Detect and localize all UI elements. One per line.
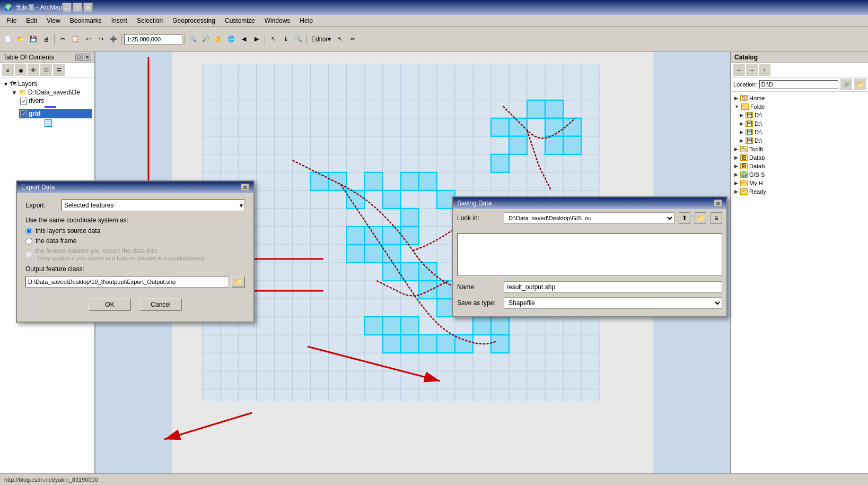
new-btn[interactable]: 📄: [2, 33, 14, 45]
full-extent-btn[interactable]: 🌐: [225, 33, 237, 45]
catalog-connect-btn[interactable]: 🔗: [840, 79, 852, 90]
rivers-checkbox[interactable]: ✓: [20, 98, 27, 105]
saving-dialog-title-text: Saving Data: [457, 200, 492, 207]
grid-checkbox[interactable]: ✓: [20, 110, 27, 117]
status-text: http://blog.csdn.net/yakin_83190000: [4, 477, 98, 483]
saving-lookin-select[interactable]: D:\Data_saved\Desktop\GIS_ou: [504, 212, 674, 224]
saving-list-btn[interactable]: ≡: [711, 212, 722, 224]
saving-up-btn[interactable]: ⬆: [679, 212, 690, 224]
saving-dialog-close-btn[interactable]: ✕: [714, 200, 722, 207]
svg-rect-59: [383, 190, 401, 209]
menu-windows[interactable]: Windows: [260, 16, 295, 25]
zoom-in-btn[interactable]: 🔍: [187, 33, 199, 45]
rivers-label: rivers: [29, 97, 44, 105]
catalog-item-toolb[interactable]: ▶ 🔧 Toolb: [733, 145, 866, 153]
radio-dataset-input[interactable]: [25, 251, 32, 258]
export-select[interactable]: Selected features All features: [62, 200, 245, 211]
back-extent-btn[interactable]: ◀: [238, 33, 250, 45]
saving-type-select[interactable]: Shapefile Geodatabase Feature Class: [504, 297, 722, 309]
toc-visible-btn[interactable]: 👁: [28, 64, 39, 76]
catalog-item-d1[interactable]: ▶ 💾 D:\: [733, 111, 866, 119]
toc-options-btn[interactable]: ☰: [53, 64, 65, 76]
toc-layers-header[interactable]: ▼ 🗺 Layers: [2, 80, 92, 88]
saving-name-input[interactable]: [504, 281, 722, 293]
fwd-extent-btn[interactable]: ▶: [251, 33, 262, 45]
menu-bookmarks[interactable]: Bookmarks: [66, 16, 106, 25]
saving-name-label: Name: [457, 283, 499, 291]
ok-button[interactable]: OK: [89, 298, 131, 311]
catalog-location-input[interactable]: D:\D: [759, 80, 838, 89]
expand-home-icon: ▶: [734, 96, 738, 101]
catalog-item-d3[interactable]: ▶ 💾 D:\: [733, 128, 866, 136]
save-btn[interactable]: 💾: [28, 33, 39, 45]
toc-select-btn[interactable]: ☑: [40, 64, 52, 76]
catalog-item-myh[interactable]: ▶ 📂 My H: [733, 179, 866, 187]
d1-icon: 💾: [746, 112, 753, 118]
edit-vertex-btn[interactable]: ✏: [347, 33, 358, 45]
redo-btn[interactable]: ↪: [95, 33, 107, 45]
toc-float-btn[interactable]: ⬡: [75, 54, 83, 61]
catalog-folder-btn[interactable]: 📁: [854, 79, 866, 90]
expand-myh-icon: ▶: [734, 180, 738, 186]
radio-frame-input[interactable]: [25, 238, 32, 245]
menu-insert[interactable]: Insert: [107, 16, 131, 25]
scale-input[interactable]: [124, 34, 182, 45]
editor-dropdown[interactable]: Editor▾: [309, 36, 333, 43]
cut-btn[interactable]: ✂: [57, 33, 68, 45]
menu-geoprocessing[interactable]: Geoprocessing: [168, 16, 220, 25]
toc-grid-layer[interactable]: ✓ grid: [19, 109, 92, 118]
catalog-item-home[interactable]: ▶ 🏠 Home: [733, 94, 866, 102]
undo-btn[interactable]: ↩: [82, 33, 94, 45]
catalog-item-datab1[interactable]: ▶ 🗄 Datab: [733, 153, 866, 162]
export-row: Export: Selected features All features ▼: [25, 200, 245, 211]
toc-list-btn[interactable]: ≡: [2, 64, 14, 76]
open-btn[interactable]: 📂: [15, 33, 27, 45]
toc-data-folder[interactable]: ▼ 📁 D:\Data_saved\De: [11, 88, 92, 97]
catalog-item-datab2[interactable]: ▶ 🗄 Datab: [733, 162, 866, 170]
export-dialog-body: Export: Selected features All features ▼…: [17, 193, 253, 322]
svg-rect-63: [401, 209, 419, 227]
saving-dialog-title: Saving Data ✕: [453, 197, 726, 209]
home-folder-icon: 🏠: [740, 95, 748, 101]
close-button[interactable]: ✕: [83, 3, 93, 12]
output-path-input[interactable]: [25, 276, 229, 288]
myh-icon: 📂: [740, 180, 748, 186]
pan-btn[interactable]: ✋: [213, 33, 224, 45]
menu-customize[interactable]: Customize: [221, 16, 259, 25]
catalog-item-folder[interactable]: ▼ 📁 Folde: [733, 102, 866, 111]
zoom-out-btn[interactable]: 🔎: [200, 33, 212, 45]
catalog-back-btn[interactable]: ←: [733, 64, 745, 76]
menu-help[interactable]: Help: [295, 16, 317, 25]
toc-rivers-layer[interactable]: ✓ rivers: [19, 97, 92, 105]
maximize-button[interactable]: □: [73, 3, 82, 12]
catalog-item-ready[interactable]: ▶ 📂 Ready: [733, 187, 866, 196]
find-btn[interactable]: 🔍: [293, 33, 304, 45]
print-btn[interactable]: 🖨: [40, 33, 52, 45]
minimize-button[interactable]: —: [62, 3, 72, 12]
toc-close-btn[interactable]: ✕: [84, 54, 91, 61]
select-btn[interactable]: ↖: [267, 33, 279, 45]
catalog-location-bar: Location: D:\D 🔗 📁: [731, 77, 868, 92]
copy-btn[interactable]: 📋: [69, 33, 81, 45]
menu-edit[interactable]: Edit: [22, 16, 41, 25]
catalog-item-d2[interactable]: ▶ 💾 D:\: [733, 119, 866, 128]
catalog-item-d4[interactable]: ▶ 💾 D:\: [733, 136, 866, 145]
identify-btn[interactable]: ℹ: [280, 33, 292, 45]
catalog-item-giss[interactable]: ▶ 🌍 GIS S: [733, 170, 866, 179]
svg-rect-52: [563, 136, 581, 154]
menu-selection[interactable]: Selection: [133, 16, 167, 25]
browse-btn[interactable]: 📁: [231, 276, 245, 288]
toc-source-btn[interactable]: ◉: [15, 64, 27, 76]
menu-file[interactable]: File: [2, 16, 21, 25]
export-dialog-close-btn[interactable]: ✕: [241, 184, 249, 191]
layers-label: Layers: [18, 80, 37, 88]
saving-newfolder-btn[interactable]: 📁: [695, 212, 706, 224]
cancel-button[interactable]: Cancel: [139, 298, 182, 311]
svg-rect-94: [455, 335, 473, 353]
radio-source-input[interactable]: [25, 228, 32, 235]
edit-tool-btn[interactable]: ↖: [334, 33, 346, 45]
menu-view[interactable]: View: [42, 16, 65, 25]
add-data-btn[interactable]: ➕: [108, 33, 119, 45]
catalog-fwd-btn[interactable]: →: [746, 64, 758, 76]
catalog-up-btn[interactable]: ↑: [759, 64, 770, 76]
